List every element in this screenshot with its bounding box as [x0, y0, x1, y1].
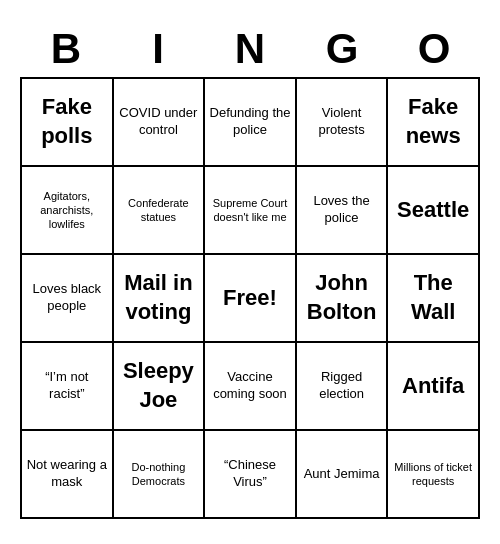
title-letter-b: B — [22, 25, 110, 73]
bingo-cell-8: Loves the police — [297, 167, 389, 255]
bingo-cell-23: Aunt Jemima — [297, 431, 389, 519]
bingo-cell-11: Mail in voting — [114, 255, 206, 343]
bingo-card: BINGO Fake pollsCOVID under controlDefun… — [10, 15, 490, 529]
bingo-cell-19: Antifa — [388, 343, 480, 431]
bingo-cell-5: Agitators, anarchists, lowlifes — [22, 167, 114, 255]
bingo-cell-7: Supreme Court doesn't like me — [205, 167, 297, 255]
bingo-cell-14: The Wall — [388, 255, 480, 343]
bingo-cell-2: Defunding the police — [205, 79, 297, 167]
title-letter-i: I — [114, 25, 202, 73]
bingo-cell-18: Rigged election — [297, 343, 389, 431]
bingo-cell-4: Fake news — [388, 79, 480, 167]
bingo-cell-0: Fake polls — [22, 79, 114, 167]
bingo-cell-15: “I’m not racist” — [22, 343, 114, 431]
title-letter-n: N — [206, 25, 294, 73]
bingo-cell-1: COVID under control — [114, 79, 206, 167]
bingo-cell-3: Violent protests — [297, 79, 389, 167]
bingo-cell-21: Do-nothing Democrats — [114, 431, 206, 519]
bingo-cell-24: Millions of ticket requests — [388, 431, 480, 519]
bingo-cell-22: “Chinese Virus” — [205, 431, 297, 519]
bingo-cell-6: Confederate statues — [114, 167, 206, 255]
bingo-cell-10: Loves black people — [22, 255, 114, 343]
bingo-cell-13: John Bolton — [297, 255, 389, 343]
title-letter-g: G — [298, 25, 386, 73]
bingo-cell-12: Free! — [205, 255, 297, 343]
bingo-cell-9: Seattle — [388, 167, 480, 255]
bingo-cell-16: Sleepy Joe — [114, 343, 206, 431]
bingo-title: BINGO — [20, 25, 480, 73]
bingo-cell-20: Not wearing a mask — [22, 431, 114, 519]
bingo-grid: Fake pollsCOVID under controlDefunding t… — [20, 77, 480, 519]
bingo-cell-17: Vaccine coming soon — [205, 343, 297, 431]
title-letter-o: O — [390, 25, 478, 73]
